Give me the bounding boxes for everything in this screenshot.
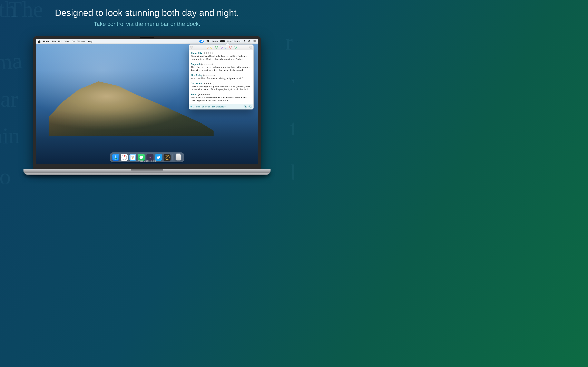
bg-word: bout	[291, 159, 294, 184]
hardware-label: MacBook Pro	[33, 159, 261, 162]
entry-title: Dagobah	[191, 63, 200, 66]
svg-rect-5	[250, 107, 250, 107]
entry-title: Mos Eisley	[191, 74, 203, 76]
bg-word: You	[290, 73, 294, 100]
menubar-item-edit[interactable]: Edit	[58, 40, 62, 43]
svg-point-11	[150, 157, 150, 158]
color-swatch-green[interactable]	[215, 46, 218, 49]
color-swatch-red[interactable]	[229, 46, 232, 49]
popover-body[interactable]: Cloud City (★★☆☆☆) Great views if you li…	[189, 50, 253, 104]
menubar-item-window[interactable]: Window	[77, 40, 85, 43]
popover-action-up-icon[interactable]	[243, 105, 247, 108]
entry-body: Great for both gambling and food which i…	[191, 85, 251, 91]
popover-settings-button[interactable]	[249, 46, 252, 49]
bg-word: squar	[0, 86, 18, 113]
battery-icon[interactable]	[220, 40, 225, 42]
status-dot-icon	[190, 106, 192, 108]
entry-title: Endor	[191, 93, 198, 96]
menubar-item-help[interactable]: Help	[88, 40, 93, 43]
camera-notch	[140, 37, 154, 38]
menubar-item-file[interactable]: File	[52, 40, 56, 43]
menu-bar: Finder File Edit View Go Window Help 100…	[36, 39, 258, 44]
laptop-mock: Finder File Edit View Go Window Help 100…	[33, 36, 261, 175]
entry-rating: ★★★★★	[199, 93, 209, 96]
note-entry: Mos Eisley (★★★☆☆) Wretched hive of scum…	[191, 74, 251, 80]
svg-point-8	[114, 157, 115, 157]
color-swatch-orange[interactable]	[206, 46, 208, 49]
marketing-subhead: Take control via the menu bar or the doc…	[0, 21, 294, 27]
popover-info-icon[interactable]	[249, 105, 252, 108]
svg-point-10	[149, 157, 149, 158]
svg-line-1	[250, 42, 250, 42]
spotlight-icon[interactable]	[248, 40, 251, 43]
color-swatch-yellow[interactable]	[210, 46, 213, 49]
popover-status-text: 14 lines · 99 words · 580 characters	[193, 106, 226, 108]
entry-rating: ★★★★☆	[203, 82, 214, 85]
entry-rating: ★☆☆☆☆	[202, 63, 212, 66]
note-entry: Dagobah (★☆☆☆☆) This place is a mess and…	[191, 63, 251, 72]
note-entry: Cloud City (★★☆☆☆) Great views if you li…	[191, 52, 251, 61]
entry-title: Cloud City	[191, 52, 202, 54]
menubar-item-view[interactable]: View	[65, 40, 69, 43]
entry-body: This place is a mess and your room is a …	[191, 66, 250, 71]
apple-menu-icon[interactable]	[38, 40, 40, 43]
svg-point-12	[150, 157, 151, 158]
popover-status-bar: 14 lines · 99 words · 580 characters	[189, 104, 253, 109]
svg-point-0	[249, 40, 250, 42]
marketing-headline: Designed to look stunning both day and n…	[0, 8, 294, 18]
menubar-battery-text: 100%	[212, 40, 218, 43]
entry-rating: ★★★☆☆	[204, 74, 214, 76]
entry-title: Coruscant	[191, 82, 202, 85]
menubar-item-go[interactable]: Go	[72, 40, 75, 43]
svg-point-9	[116, 157, 117, 157]
note-entry: Endor (★★★★★) Adorable staff, awesome tr…	[191, 93, 251, 102]
control-center-icon[interactable]	[253, 40, 256, 43]
desktop-wallpaper: Finder File Edit View Go Window Help 100…	[36, 39, 258, 164]
bg-word: olema	[0, 47, 23, 78]
entry-rating: ★★☆☆☆	[204, 52, 214, 54]
user-icon[interactable]	[243, 40, 246, 43]
bg-word: re no	[285, 29, 294, 55]
menubar-clock: Mon 3:29 PM	[227, 40, 241, 43]
bg-word: nd o	[0, 163, 11, 184]
color-swatch-teal[interactable]	[234, 46, 237, 49]
wifi-icon[interactable]	[206, 40, 209, 43]
color-swatch-blue[interactable]	[225, 46, 227, 49]
bg-word: e thin	[0, 122, 20, 149]
bg-word: th th	[290, 114, 294, 141]
entry-body: Adorable staff, awesome tree house rooms…	[191, 96, 247, 102]
menubar-extra-app-icon[interactable]	[199, 40, 204, 43]
svg-rect-2	[253, 41, 256, 41]
popover-toolbar	[189, 45, 253, 50]
svg-rect-3	[253, 42, 256, 42]
menubar-app-name[interactable]: Finder	[43, 40, 50, 43]
note-entry: Coruscant (★★★★☆) Great for both gamblin…	[191, 82, 251, 91]
color-swatch-purple[interactable]	[220, 46, 223, 49]
app-popover: Cloud City (★★☆☆☆) Great views if you li…	[189, 44, 254, 109]
laptop-base	[24, 169, 270, 175]
entry-body: Great views if you like clouds, I guess.…	[191, 55, 247, 60]
entry-body: Wretched hive of scum and villainy, but …	[191, 77, 242, 80]
popover-close-button[interactable]	[190, 46, 193, 49]
